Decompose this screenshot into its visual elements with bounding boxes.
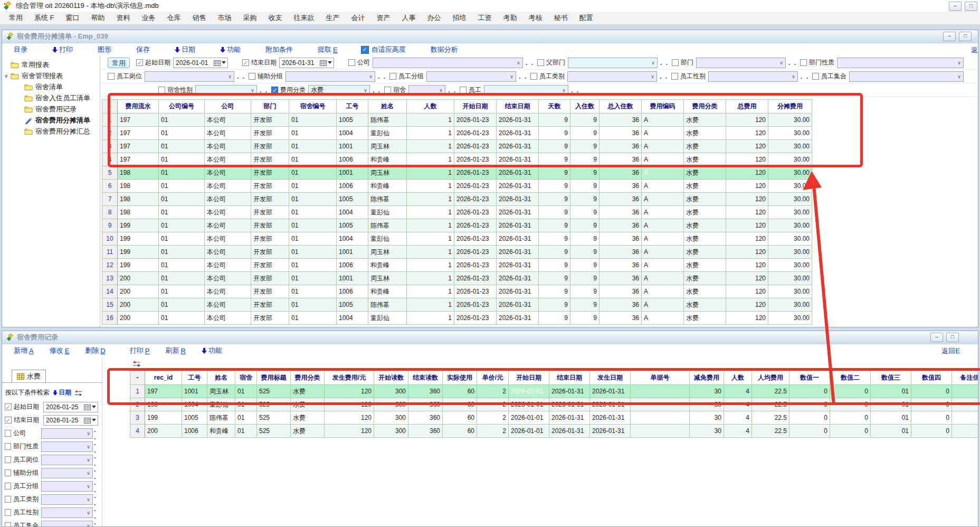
table-cell[interactable]: 9: [539, 140, 570, 153]
table-cell[interactable]: [952, 398, 978, 411]
table-cell[interactable]: 1004: [337, 232, 368, 246]
filter-checkbox[interactable]: [271, 87, 278, 93]
table-cell[interactable]: 2026-01-23: [454, 127, 497, 140]
more-button[interactable]: . .: [378, 73, 386, 80]
filter-field[interactable]: 2026-01-25 ∨: [43, 415, 98, 426]
table-cell[interactable]: A: [642, 140, 684, 153]
table-cell[interactable]: 2: [102, 127, 118, 140]
table-cell[interactable]: 9: [570, 114, 600, 127]
filter-checkbox[interactable]: [812, 73, 819, 80]
table-cell[interactable]: 36: [600, 272, 642, 285]
table-cell[interactable]: 120: [726, 219, 768, 232]
filter-field[interactable]: 2026-01-31 ∨: [279, 58, 334, 68]
minimize-button[interactable]: –: [949, 2, 962, 11]
table-cell[interactable]: 01: [159, 219, 205, 232]
table-cell[interactable]: 水费: [291, 385, 325, 398]
toolbar-button[interactable]: ✓ 功能: [220, 45, 242, 54]
table-cell[interactable]: A: [642, 312, 684, 325]
table-cell[interactable]: 120: [726, 232, 768, 246]
toolbar-button[interactable]: ✓ 图形: [98, 45, 113, 54]
table-cell[interactable]: 水费: [684, 232, 726, 246]
table-cell[interactable]: 7: [102, 193, 118, 206]
table-cell[interactable]: 2026-01-23: [454, 298, 497, 312]
table-cell[interactable]: 周玉林: [368, 272, 407, 285]
table-cell[interactable]: 2026-01-31: [590, 385, 631, 398]
table-cell[interactable]: 2026-01-01: [509, 411, 549, 425]
table-cell[interactable]: 2026-01-31: [497, 219, 539, 232]
table-cell[interactable]: 周玉林: [368, 140, 407, 153]
tree-item[interactable]: ∨ 宿舍管理报表: [2, 70, 100, 81]
header-cell[interactable]: 宿舍: [235, 371, 257, 385]
more-button[interactable]: . .: [788, 59, 797, 67]
table-cell[interactable]: 120: [726, 166, 768, 180]
table-cell[interactable]: 1001: [337, 140, 368, 153]
table-cell[interactable]: 4: [102, 153, 118, 166]
table-cell[interactable]: 199: [118, 259, 159, 272]
toolbar-button[interactable]: ✓ 修改E: [50, 346, 70, 355]
table-cell[interactable]: 01: [159, 114, 205, 127]
header-cell[interactable]: 费用流水: [118, 100, 159, 114]
table-cell[interactable]: 197: [118, 114, 159, 127]
table-cell[interactable]: 本公司: [205, 180, 251, 193]
table-cell[interactable]: 9: [539, 246, 570, 259]
table-cell[interactable]: 200: [118, 312, 159, 325]
table-cell[interactable]: 0: [789, 425, 830, 438]
table-cell[interactable]: 1004: [337, 312, 368, 325]
table-cell[interactable]: 2026-01-23: [454, 219, 497, 232]
table-cell[interactable]: 9: [570, 193, 600, 206]
header-cell[interactable]: 工号: [337, 100, 368, 114]
filter-field[interactable]: 2026-01-25 ∨: [43, 402, 98, 412]
table-cell[interactable]: A: [642, 193, 684, 206]
table-cell[interactable]: 0: [830, 411, 871, 425]
table-cell[interactable]: 30.00: [768, 127, 812, 140]
table-cell[interactable]: 2: [477, 411, 509, 425]
table-cell[interactable]: 本公司: [205, 298, 251, 312]
table-cell[interactable]: 1001: [337, 272, 368, 285]
more-button[interactable]: . .: [660, 59, 669, 67]
maximize-button[interactable]: □: [965, 2, 977, 11]
table-cell[interactable]: 2026-01-01: [509, 398, 549, 411]
table-cell[interactable]: 本公司: [205, 127, 251, 140]
table-cell[interactable]: 01: [235, 398, 257, 411]
table-cell[interactable]: 01: [289, 166, 337, 180]
panel-maximize-button[interactable]: □: [959, 32, 972, 41]
table-cell[interactable]: [952, 385, 978, 398]
header-cell[interactable]: 发生费用/元: [325, 371, 374, 385]
header-cell[interactable]: 入住数: [570, 100, 600, 114]
filter-field[interactable]: ∨: [484, 85, 568, 96]
header-cell[interactable]: 备注信息: [952, 371, 978, 385]
table-cell[interactable]: 01: [871, 398, 911, 411]
table-cell[interactable]: 9: [539, 180, 570, 193]
filter-checkbox[interactable]: [348, 59, 355, 66]
table-cell[interactable]: 9: [539, 206, 570, 219]
table-cell[interactable]: 1: [407, 285, 454, 298]
table-cell[interactable]: A: [642, 298, 684, 312]
table-cell[interactable]: 11: [102, 246, 118, 259]
table-cell[interactable]: 1: [407, 272, 454, 285]
table-cell[interactable]: 36: [600, 140, 642, 153]
table-cell[interactable]: 水费: [684, 140, 726, 153]
table-cell[interactable]: 开发部: [251, 166, 289, 180]
filter-checkbox[interactable]: [5, 509, 11, 516]
table-cell[interactable]: 和贵峰: [207, 425, 235, 438]
table-cell[interactable]: 周玉林: [368, 246, 407, 259]
table-cell[interactable]: 120: [325, 398, 374, 411]
header-cell[interactable]: 减免费用: [690, 371, 724, 385]
header-cell[interactable]: -: [130, 371, 145, 385]
table-cell[interactable]: 01: [871, 385, 911, 398]
header-cell[interactable]: 实际使用: [443, 371, 477, 385]
table-cell[interactable]: 3: [102, 140, 118, 153]
tree-item[interactable]: ∨ 宿舍清单: [2, 81, 100, 92]
table-cell[interactable]: 本公司: [205, 272, 251, 285]
table-cell[interactable]: 9: [570, 259, 600, 272]
table-cell[interactable]: 和贵峰: [368, 180, 407, 193]
table-cell[interactable]: 陈伟基: [207, 411, 235, 425]
table-cell[interactable]: 开发部: [251, 298, 289, 312]
table-cell[interactable]: 0: [789, 385, 830, 398]
table-cell[interactable]: 陈伟基: [368, 298, 407, 312]
table-cell[interactable]: 陈伟基: [368, 219, 407, 232]
filter-checkbox[interactable]: [242, 59, 249, 66]
table-cell[interactable]: 2026-01-31: [497, 272, 539, 285]
menu-item[interactable]: 招培: [447, 12, 472, 24]
table-cell[interactable]: 36: [600, 232, 642, 246]
